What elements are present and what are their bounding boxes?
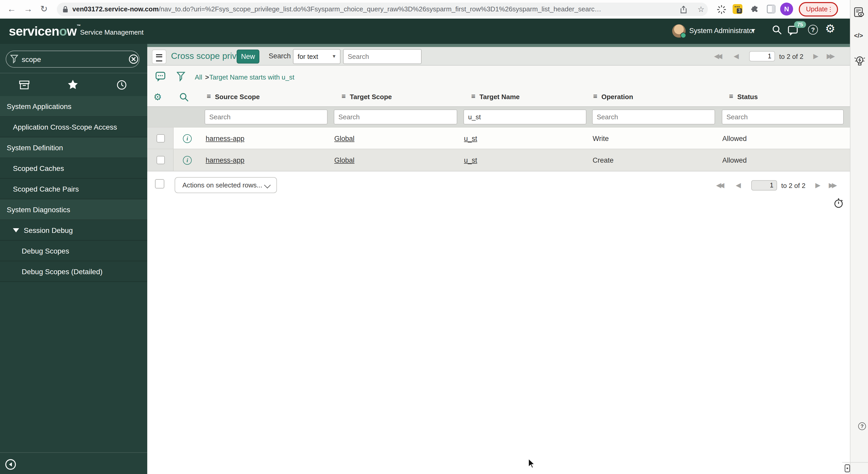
collapse-navigator-icon[interactable] — [5, 459, 16, 470]
page-notes-icon[interactable] — [854, 7, 865, 18]
table-header-row: ⚙ ≡ Source Scope ≡ Target Scope ≡ Target… — [147, 88, 850, 106]
next-page-icon[interactable]: ▶ — [815, 181, 818, 189]
column-menu-icon[interactable]: ≡ — [729, 92, 733, 100]
column-header-status[interactable]: Status — [737, 93, 758, 101]
column-menu-icon[interactable]: ≡ — [207, 92, 211, 100]
bookmark-star-icon[interactable]: ☆ — [698, 5, 705, 14]
list-chat-icon[interactable] — [156, 72, 166, 82]
section-label: System Diagnostics — [7, 205, 70, 213]
browser-profile-avatar[interactable]: N — [780, 3, 793, 15]
list-context-menu-button[interactable] — [152, 49, 166, 64]
expand-triangle-icon[interactable] — [13, 228, 19, 232]
cell-source-scope-link[interactable]: harness-app — [206, 135, 244, 142]
lightbulb-icon[interactable] — [854, 55, 866, 67]
extension-puzzle-icon[interactable] — [750, 5, 760, 14]
navigator-filter[interactable]: scope — [6, 50, 140, 68]
list-search-input[interactable] — [343, 49, 422, 64]
favorites-tab-icon[interactable] — [68, 79, 78, 89]
module-label: Session Debug — [24, 226, 73, 234]
last-page-icon[interactable]: ▶▶ — [827, 52, 833, 60]
breadcrumb-filter-link[interactable]: Target Name starts with u_st — [209, 73, 294, 81]
logo-o: o — [59, 24, 67, 38]
list-header-bar: Cross scope privileges New Search for te… — [147, 47, 850, 66]
cell-target-name-link[interactable]: u_st — [464, 135, 477, 142]
new-record-button[interactable]: New — [237, 49, 259, 64]
dock-pin-icon[interactable] — [844, 464, 850, 472]
column-header-target-name[interactable]: Target Name — [479, 93, 520, 101]
clear-filter-icon[interactable] — [129, 54, 138, 64]
browser-back-icon[interactable]: ← — [7, 5, 16, 13]
cell-operation: Create — [593, 157, 614, 164]
column-menu-icon[interactable]: ≡ — [593, 92, 597, 100]
column-menu-icon[interactable]: ≡ — [342, 92, 346, 100]
last-page-icon[interactable]: ▶▶ — [829, 181, 835, 189]
cell-target-scope-link[interactable]: Global — [334, 135, 354, 142]
filter-input-status[interactable] — [722, 109, 844, 125]
select-all-checkbox[interactable] — [155, 179, 164, 189]
extension-panel-icon[interactable] — [767, 5, 776, 13]
help-icon[interactable]: ? — [808, 25, 818, 35]
browser-menu-kebab-icon[interactable]: ⋮ — [827, 6, 833, 13]
strip-help-icon[interactable]: ? — [858, 422, 866, 430]
previous-page-icon[interactable]: ◀ — [736, 181, 739, 189]
breadcrumb-all-link[interactable]: All — [195, 73, 202, 81]
list-personalize-gear-icon[interactable]: ⚙ — [153, 91, 162, 103]
sidebar-section-system-definition[interactable]: System Definition — [0, 137, 147, 158]
sidebar-item-debug-scopes[interactable]: Debug Scopes — [0, 241, 147, 261]
user-caret-icon[interactable]: ▾ — [752, 27, 754, 34]
history-tab-icon[interactable] — [117, 80, 127, 90]
servicenow-logo[interactable]: servicenow™ — [9, 24, 80, 39]
user-menu[interactable]: System Administrator — [689, 27, 755, 35]
record-info-icon[interactable]: i — [183, 156, 192, 165]
sidebar-item-application-cross-scope-access[interactable]: Application Cross-Scope Access — [0, 117, 147, 137]
search-label: Search — [269, 47, 291, 66]
filter-input-source-scope[interactable] — [205, 109, 328, 125]
share-icon[interactable] — [680, 6, 687, 13]
filter-input-operation[interactable] — [592, 109, 715, 125]
sidebar-item-debug-scopes-detailed[interactable]: Debug Scopes (Detailed) — [0, 261, 147, 282]
first-page-icon[interactable]: ◀◀ — [714, 52, 720, 60]
search-mode-select[interactable]: for text▼ — [293, 49, 340, 64]
sidebar-item-scoped-caches[interactable]: Scoped Caches — [0, 158, 147, 179]
filter-input-target-scope[interactable] — [334, 109, 457, 125]
column-header-target-scope[interactable]: Target Scope — [350, 93, 392, 101]
record-info-icon[interactable]: i — [183, 134, 192, 143]
page-number-input[interactable] — [751, 180, 777, 191]
sidebar-item-session-debug[interactable]: Session Debug — [0, 220, 147, 241]
navigator-filter-value: scope — [22, 52, 41, 68]
sidebar-item-scoped-cache-pairs[interactable]: Scoped Cache Pairs — [0, 179, 147, 199]
cell-target-name-link[interactable]: u_st — [464, 157, 477, 164]
column-header-operation[interactable]: Operation — [601, 93, 633, 101]
breadcrumb-funnel-icon[interactable] — [177, 72, 185, 81]
settings-gear-icon[interactable]: ⚙ — [825, 22, 835, 36]
all-applications-tab-icon[interactable] — [19, 80, 29, 89]
previous-page-icon[interactable]: ◀ — [734, 52, 737, 60]
sidebar-section-system-applications[interactable]: System Applications — [0, 96, 147, 117]
cell-target-scope-link[interactable]: Global — [334, 157, 354, 164]
first-page-icon[interactable]: ◀◀ — [716, 181, 722, 189]
address-bar[interactable]: ven03172.service-now.com/nav_to.do?uri=%… — [57, 3, 708, 16]
extension-spinner-icon[interactable] — [717, 5, 726, 14]
user-avatar[interactable] — [672, 24, 686, 38]
browser-reload-icon[interactable]: ↻ — [40, 5, 48, 13]
product-name: Service Management — [80, 28, 144, 36]
next-page-icon[interactable]: ▶ — [813, 52, 816, 60]
row-checkbox[interactable] — [157, 134, 165, 142]
browser-forward-icon[interactable]: → — [24, 5, 33, 13]
filter-input-target-name[interactable] — [463, 109, 586, 125]
page-number-input[interactable] — [749, 51, 775, 62]
column-search-icon[interactable] — [179, 93, 189, 102]
content-accent-strip — [147, 44, 850, 47]
page-range-label: to 2 of 2 — [779, 53, 803, 60]
browser-update-button[interactable]: Update ⋮ — [799, 2, 838, 16]
actions-on-selected-rows-select[interactable]: Actions on selected rows... — [175, 177, 277, 193]
column-menu-icon[interactable]: ≡ — [471, 92, 475, 100]
row-checkbox[interactable] — [157, 156, 165, 164]
global-search-icon[interactable] — [772, 25, 782, 35]
extension-yellow-icon[interactable]: ⋯ 3 — [733, 4, 742, 14]
code-tools-icon[interactable]: </> — [854, 32, 863, 39]
column-header-source-scope[interactable]: Source Scope — [215, 93, 259, 101]
sidebar-section-system-diagnostics[interactable]: System Diagnostics — [0, 199, 147, 220]
cell-source-scope-link[interactable]: harness-app — [206, 157, 244, 164]
response-time-stopwatch-icon[interactable] — [834, 198, 844, 208]
